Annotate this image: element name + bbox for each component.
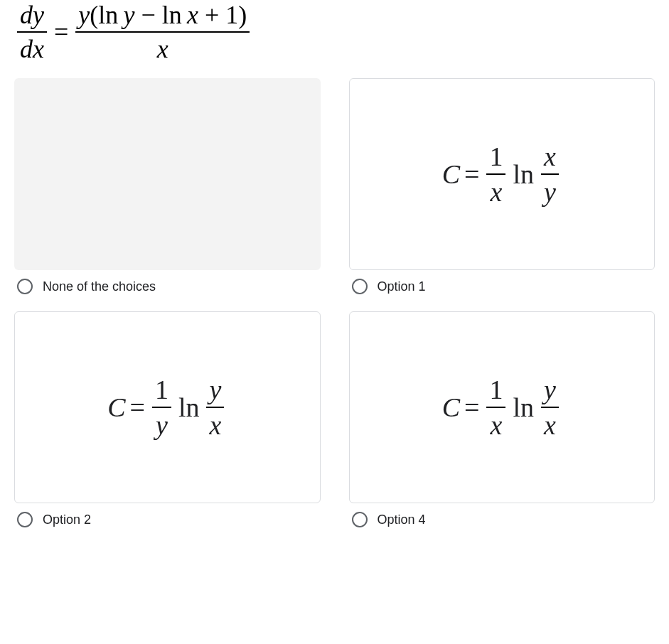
opt4-C: C [442, 392, 460, 423]
option-2-label: Option 2 [43, 512, 91, 527]
option-none-card[interactable] [14, 78, 321, 270]
question-equation: dy dx = y(ln y − ln x + 1) x [0, 0, 669, 78]
opt1-eq: = [464, 159, 479, 190]
close-paren: ) [238, 1, 247, 29]
option-4-row[interactable]: Option 4 [349, 512, 655, 527]
rhs-y: y [78, 1, 90, 29]
opt2-C: C [107, 392, 125, 423]
opt4-frac2-num: y [541, 374, 559, 407]
opt2-frac2-den: x [206, 407, 224, 441]
ln-1: ln [98, 1, 118, 29]
equals-sign: = [54, 17, 68, 47]
ln-2: ln [162, 1, 182, 29]
open-paren: ( [90, 1, 98, 29]
opt2-frac1: 1 y [152, 374, 171, 441]
radio-icon[interactable] [17, 512, 33, 527]
option-none: None of the choices [14, 78, 321, 294]
option-1-label: Option 1 [378, 279, 426, 294]
opt2-frac1-den: y [152, 407, 171, 441]
one: 1 [225, 1, 238, 29]
opt1-ln: ln [513, 159, 534, 190]
opt4-frac2: y x [541, 374, 559, 441]
radio-icon[interactable] [352, 512, 368, 527]
option-1: C = 1 x ln x y Option 1 [349, 78, 655, 294]
minus-sign: − [141, 1, 155, 29]
option-2-card[interactable]: C = 1 y ln y x [14, 311, 321, 503]
rhs-lny-y: y [124, 1, 135, 29]
rhs-numerator: y(ln y − ln x + 1) [75, 0, 250, 31]
option-1-card[interactable]: C = 1 x ln x y [349, 78, 655, 270]
opt2-frac1-num: 1 [152, 374, 171, 407]
rhs-lnx-x: x [187, 1, 198, 29]
opt4-eq: = [464, 392, 479, 423]
lhs-denominator: dx [17, 31, 47, 64]
opt1-frac2-den: y [541, 173, 559, 208]
opt1-frac2: x y [541, 141, 559, 208]
option-4-label: Option 4 [378, 512, 426, 527]
opt4-frac2-den: x [541, 407, 559, 441]
option-none-row[interactable]: None of the choices [14, 279, 321, 294]
options-grid: None of the choices C = 1 x ln x y Optio… [0, 78, 669, 527]
opt2-ln: ln [178, 392, 200, 423]
opt2-frac2-num: y [206, 374, 224, 407]
plus-sign: + [205, 1, 219, 29]
rhs-fraction: y(ln y − ln x + 1) x [75, 0, 250, 64]
opt4-frac1-den: x [486, 407, 505, 441]
opt4-ln: ln [513, 392, 534, 423]
opt1-frac2-num: x [541, 141, 559, 173]
option-2-row[interactable]: Option 2 [14, 512, 321, 527]
option-4: C = 1 x ln y x Option 4 [349, 311, 655, 527]
rhs-denominator: x [75, 31, 250, 64]
radio-icon[interactable] [352, 279, 368, 294]
option-2: C = 1 y ln y x Option 2 [14, 311, 321, 527]
radio-icon[interactable] [17, 279, 33, 294]
opt1-C: C [442, 159, 460, 190]
option-none-label: None of the choices [43, 279, 156, 294]
option-1-row[interactable]: Option 1 [349, 279, 655, 294]
opt2-eq: = [129, 392, 144, 423]
opt1-frac1: 1 x [486, 141, 505, 208]
opt1-frac1-num: 1 [486, 141, 505, 173]
lhs-fraction: dy dx [17, 0, 47, 64]
opt4-frac1: 1 x [486, 374, 505, 441]
opt2-frac2: y x [206, 374, 224, 441]
option-4-card[interactable]: C = 1 x ln y x [349, 311, 655, 503]
opt1-frac1-den: x [486, 173, 505, 208]
opt4-frac1-num: 1 [486, 374, 505, 407]
lhs-numerator: dy [17, 0, 47, 31]
